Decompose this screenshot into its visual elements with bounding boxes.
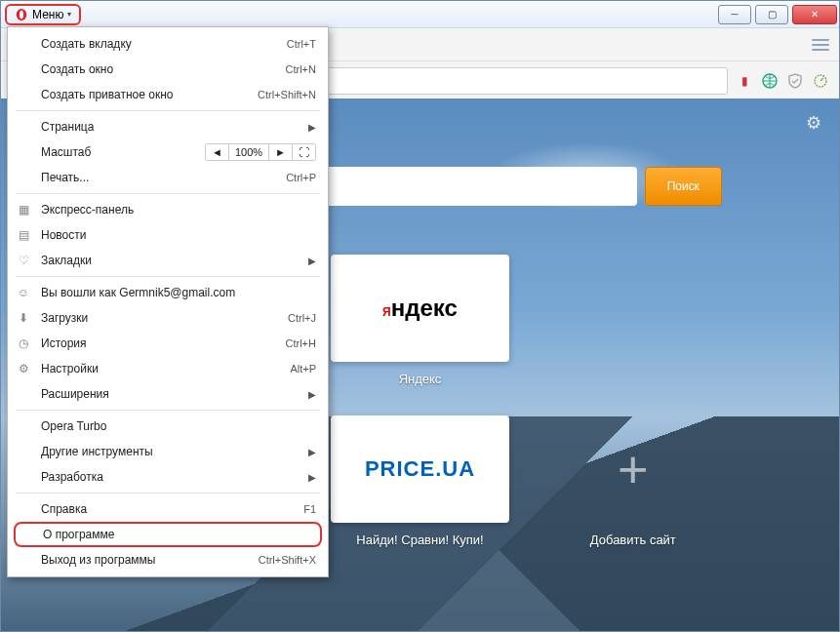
zoom-in-button[interactable]: ► — [269, 144, 293, 160]
search-button[interactable]: Поиск — [645, 167, 722, 206]
menu-print[interactable]: Печать... Ctrl+P — [8, 165, 328, 190]
grid-icon: ▦ — [16, 202, 31, 217]
zoom-value: 100% — [229, 144, 269, 160]
titlebar: Меню ▾ ─ ▢ ✕ — [1, 1, 839, 28]
menu-news[interactable]: ▤ Новости — [8, 222, 328, 248]
menu-label: Меню — [32, 8, 63, 21]
menu-new-window[interactable]: Создать окно Ctrl+N — [8, 57, 328, 82]
user-icon: ☺ — [16, 285, 31, 300]
clock-icon: ◷ — [16, 336, 31, 351]
minimize-button[interactable]: ─ — [718, 5, 751, 24]
window-controls: ─ ▢ ✕ — [716, 5, 839, 24]
tile-add-site[interactable]: + Добавить сайт — [544, 415, 722, 547]
menu-turbo[interactable]: Opera Turbo — [8, 414, 328, 439]
menu-exit[interactable]: Выход из программы Ctrl+Shift+X — [8, 547, 328, 573]
menu-new-tab[interactable]: Создать вкладку Ctrl+T — [8, 31, 328, 57]
zoom-control: ◄ 100% ► ⛶ — [205, 143, 316, 161]
globe-icon[interactable] — [761, 72, 779, 90]
menu-page[interactable]: Страница ▶ — [8, 114, 328, 139]
main-menu-button[interactable]: Меню ▾ — [5, 4, 81, 25]
fullscreen-button[interactable]: ⛶ — [293, 144, 315, 160]
zoom-out-button[interactable]: ◄ — [206, 144, 229, 160]
menu-about[interactable]: О программе — [14, 522, 322, 547]
download-icon: ⬇ — [16, 310, 31, 326]
chevron-right-icon: ▶ — [308, 472, 316, 483]
browser-window: Меню ▾ ─ ▢ ✕ ◄ ► ⟳ ▮ — [0, 0, 840, 632]
menu-extensions[interactable]: Расширения ▶ — [8, 381, 328, 407]
opera-logo-icon — [15, 8, 28, 21]
news-icon: ▤ — [16, 227, 31, 243]
tile-yandex[interactable]: Яндекс Яндекс — [331, 255, 508, 386]
plus-icon: + — [618, 439, 649, 499]
chevron-right-icon: ▶ — [308, 122, 316, 133]
menu-new-private[interactable]: Создать приватное окно Ctrl+Shift+N — [8, 82, 328, 107]
chevron-right-icon: ▶ — [308, 447, 316, 457]
maximize-button[interactable]: ▢ — [755, 5, 788, 24]
menu-help[interactable]: Справка F1 — [8, 496, 328, 522]
menu-settings[interactable]: ⚙ Настройки Alt+P — [8, 356, 328, 381]
chevron-right-icon: ▶ — [308, 256, 316, 266]
close-button[interactable]: ✕ — [792, 5, 837, 24]
gear-icon: ⚙ — [16, 361, 31, 376]
chevron-down-icon: ▾ — [67, 10, 71, 19]
main-menu-dropdown: Создать вкладку Ctrl+T Создать окно Ctrl… — [7, 26, 329, 577]
menu-zoom[interactable]: Масштаб ◄ 100% ► ⛶ — [8, 139, 328, 165]
turbo-icon[interactable] — [812, 72, 829, 90]
customize-gear-icon[interactable]: ⚙ — [806, 112, 821, 134]
menu-downloads[interactable]: ⬇ Загрузки Ctrl+J — [8, 305, 328, 331]
heart-icon: ♡ — [16, 253, 31, 268]
panel-toggle-icon[interactable] — [812, 39, 829, 51]
svg-point-1 — [20, 10, 23, 19]
menu-dev[interactable]: Разработка ▶ — [8, 464, 328, 490]
menu-history[interactable]: ◷ История Ctrl+H — [8, 331, 328, 356]
tile-priceua[interactable]: PRICE.UA Найди! Сравни! Купи! — [331, 415, 508, 547]
menu-account[interactable]: ☺ Вы вошли как Germnik5@gmail.com — [8, 280, 328, 305]
menu-bookmarks[interactable]: ♡ Закладки ▶ — [8, 248, 328, 273]
shield-icon[interactable] — [786, 72, 804, 90]
menu-other-tools[interactable]: Другие инструменты ▶ — [8, 439, 328, 464]
menu-speeddial[interactable]: ▦ Экспресс-панель — [8, 197, 328, 222]
bookmark-icon[interactable]: ▮ — [736, 72, 753, 90]
chevron-right-icon: ▶ — [308, 389, 316, 400]
